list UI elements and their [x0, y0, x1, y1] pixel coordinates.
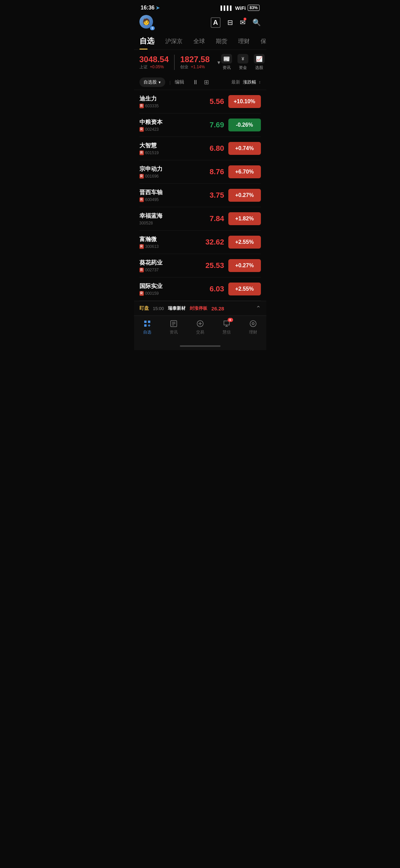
- nav-icon-慧信: 6: [222, 319, 231, 328]
- nav-label-自选: 自选: [143, 329, 151, 335]
- signal-icon: ▌▌▌▌: [221, 5, 233, 11]
- stock-change: +6.70%: [228, 165, 261, 178]
- index-dropdown-arrow[interactable]: ▼: [216, 60, 221, 65]
- stock-item[interactable]: 国际实业 R 000159 6.03 +2.55%: [139, 277, 261, 301]
- stock-item[interactable]: 宗申动力 R 001696 8.76 +6.70%: [139, 160, 261, 184]
- nav-item-交易[interactable]: 交易: [190, 319, 210, 335]
- portfolio-icon[interactable]: ⊟: [227, 18, 233, 26]
- nav-item-资讯[interactable]: 资讯: [164, 319, 184, 335]
- stock-code: R 001696: [139, 174, 201, 179]
- shanghai-change: +0.05%: [150, 65, 164, 69]
- bottom-nav: 自选 资讯 交易 6 慧信 理财: [134, 315, 266, 342]
- tab-wealth[interactable]: 理财: [233, 35, 255, 49]
- home-indicator: [134, 342, 266, 350]
- stock-type-dropdown[interactable]: 自选股 ▼: [139, 77, 166, 87]
- notification-dot: [244, 18, 246, 20]
- stock-name: 富瀚微: [139, 235, 201, 243]
- stock-name: 葵花药业: [139, 259, 201, 267]
- stock-price: 7.69: [201, 121, 224, 129]
- tab-insurance[interactable]: 保险: [255, 35, 266, 49]
- sort-section: 最新 涨跌幅 ↕: [231, 79, 261, 85]
- funds-action[interactable]: ¥ 资金: [237, 54, 248, 71]
- stock-code: R 002423: [139, 127, 201, 132]
- stock-code: R 000159: [139, 291, 201, 296]
- r-badge: R: [139, 268, 144, 272]
- stock-item[interactable]: 晋西车轴 R 600495 3.75 +0.27%: [139, 184, 261, 207]
- chuangye-meta: 创业 +1.14%: [180, 64, 210, 70]
- r-badge: R: [139, 127, 144, 132]
- ticker-tag: 封涨停板: [190, 305, 207, 311]
- grid-icon[interactable]: ⊞: [204, 78, 209, 86]
- stock-name: 晋西车轴: [139, 188, 201, 196]
- stock-change: -0.26%: [228, 119, 261, 131]
- ticker-expand-arrow[interactable]: ⌃: [256, 305, 261, 312]
- stock-price: 6.03: [201, 285, 224, 293]
- ticker-stock: 瑞泰新材: [168, 305, 186, 311]
- stock-picker-icon: 📈: [254, 54, 265, 64]
- r-badge: R: [139, 150, 144, 155]
- tab-shanghai-shenzhen[interactable]: 沪深京: [160, 35, 188, 49]
- nav-tabs: 自选 沪深京 全球 期货 理财 保险 更多: [134, 33, 266, 50]
- stock-price: 25.53: [201, 261, 224, 270]
- pause-icon[interactable]: ⏸: [192, 79, 198, 86]
- stock-code: R 601519: [139, 150, 201, 155]
- r-badge: R: [139, 244, 144, 249]
- tab-futures[interactable]: 期货: [210, 35, 233, 49]
- stock-change: +2.55%: [228, 236, 261, 249]
- stock-price: 7.84: [201, 214, 224, 223]
- sort-arrow: ↕: [259, 80, 261, 85]
- r-badge: R: [139, 174, 144, 179]
- wifi-icon: WiFi: [235, 5, 246, 11]
- ticker-label: 盯盘: [139, 305, 149, 311]
- stock-code: R 002737: [139, 268, 201, 272]
- chuangye-label: 创业: [180, 65, 188, 69]
- stock-name: 宗申动力: [139, 165, 201, 173]
- svg-point-12: [250, 321, 256, 327]
- tab-self-select[interactable]: 自选: [139, 33, 160, 50]
- stock-item[interactable]: 葵花药业 R 002737 25.53 +0.27%: [139, 254, 261, 277]
- stock-picker-action[interactable]: 📈 选股: [254, 54, 265, 71]
- nav-icon-交易: [196, 319, 205, 328]
- notification-icon[interactable]: ✉: [240, 18, 246, 26]
- stock-code: 300528: [139, 221, 201, 225]
- stock-item[interactable]: 中粮资本 R 002423 7.69 -0.26%: [139, 113, 261, 137]
- stock-change: +10.10%: [228, 95, 261, 108]
- news-icon: 📰: [221, 54, 232, 64]
- r-badge: R: [139, 291, 144, 296]
- nav-label-慧信: 慧信: [223, 329, 231, 335]
- avatar-wrap[interactable]: 🧑 3: [139, 15, 154, 30]
- stock-list: 迪生力 R 603335 5.56 +10.10% 中粮资本 R 002423 …: [134, 90, 266, 301]
- stock-item[interactable]: 富瀚微 R 300613 32.62 +2.55%: [139, 231, 261, 254]
- stock-name: 国际实业: [139, 282, 201, 290]
- funds-label: 资金: [239, 65, 247, 71]
- sort-latest-label[interactable]: 最新: [231, 79, 240, 85]
- tab-global[interactable]: 全球: [188, 35, 210, 49]
- stock-info: 葵花药业 R 002737: [139, 259, 201, 272]
- nav-item-慧信[interactable]: 6 慧信: [216, 319, 237, 335]
- chuangye-index[interactable]: 1827.58 创业 +1.14%: [175, 55, 215, 70]
- status-bar: 16:36 ➤ ▌▌▌▌ WiFi 83%: [134, 0, 266, 13]
- stock-info: 中粮资本 R 002423: [139, 118, 201, 132]
- stock-item[interactable]: 幸福蓝海 300528 7.84 +1.82%: [139, 207, 261, 231]
- stock-item[interactable]: 大智慧 R 601519 6.80 +0.74%: [139, 137, 261, 160]
- stock-type-label: 自选股: [144, 79, 157, 85]
- bottom-ticker: 盯盘 15:00 瑞泰新材 封涨停板 26.28 ⌃: [134, 301, 266, 315]
- edit-button[interactable]: 编辑: [175, 79, 184, 85]
- stock-price: 3.75: [201, 191, 224, 200]
- stock-name: 大智慧: [139, 142, 201, 149]
- ticker-time: 15:00: [153, 306, 164, 311]
- sort-change-label[interactable]: 涨跌幅: [243, 79, 256, 85]
- search-icon[interactable]: 🔍: [252, 18, 261, 26]
- shanghai-index[interactable]: 3048.54 上证 +0.05%: [139, 55, 175, 70]
- stock-price: 32.62: [201, 238, 224, 247]
- stock-picker-label: 选股: [255, 65, 263, 71]
- nav-item-自选[interactable]: 自选: [137, 319, 157, 335]
- nav-icon-自选: [143, 319, 152, 328]
- nav-item-理财[interactable]: 理财: [243, 319, 263, 335]
- stock-item[interactable]: 迪生力 R 603335 5.56 +10.10%: [139, 90, 261, 113]
- news-action[interactable]: 📰 资讯: [221, 54, 232, 71]
- funds-icon: ¥: [237, 54, 248, 64]
- font-size-icon[interactable]: A: [211, 17, 220, 28]
- svg-rect-2: [148, 321, 150, 323]
- stock-price: 5.56: [201, 97, 224, 106]
